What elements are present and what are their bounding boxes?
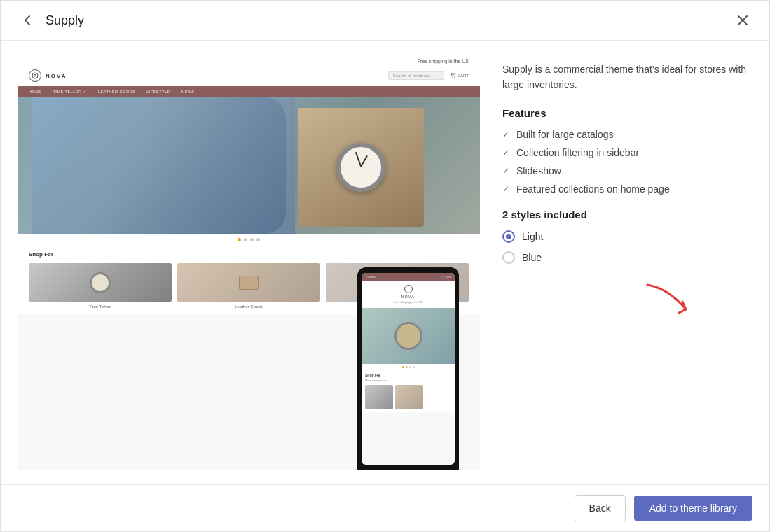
mobile-dot-3 xyxy=(409,366,411,368)
radio-inner-light xyxy=(506,234,511,239)
feature-item-3: ✓ Slideshow xyxy=(502,165,752,176)
styles-heading: 2 styles included xyxy=(502,209,752,220)
mobile-topbar: ≡ Menu 🛒 Cart xyxy=(362,273,455,281)
shop-item-leather: Leather Goods xyxy=(177,263,320,309)
hero-watch xyxy=(298,108,424,227)
leather-image xyxy=(177,263,320,302)
modal-footer: Back Add to theme library xyxy=(1,484,769,531)
store-free-shipping: Free shipping in the US xyxy=(29,59,469,66)
feature-item-2: ✓ Collection filtering in sidebar xyxy=(502,147,752,158)
store-screenshot: Free shipping in the US NOVA xyxy=(18,55,480,470)
mobile-shop-title: Shop For xyxy=(365,373,451,377)
mobile-cart: 🛒 Cart xyxy=(441,275,451,279)
radio-light[interactable] xyxy=(502,230,515,243)
radio-blue[interactable] xyxy=(502,251,515,264)
mobile-dot-2 xyxy=(406,366,408,368)
modal-title: Supply xyxy=(46,13,733,28)
mobile-product-2 xyxy=(395,385,423,410)
add-to-theme-library-button[interactable]: Add to theme library xyxy=(634,496,752,521)
style-label-light: Light xyxy=(522,231,543,242)
mobile-phone-overlay: ≡ Menu 🛒 Cart NOVA Free shipping in the … xyxy=(357,267,459,470)
theme-preview: Free shipping in the US NOVA xyxy=(18,55,480,470)
mobile-dot-4 xyxy=(413,366,415,368)
mobile-shop-for: Shop For More categories › xyxy=(362,370,455,412)
store-hero xyxy=(18,97,480,234)
features-section: Features ✓ Built for large catalogs ✓ Co… xyxy=(502,107,752,195)
check-icon-2: ✓ xyxy=(502,148,509,158)
style-option-blue[interactable]: Blue xyxy=(502,251,752,264)
back-button[interactable]: Back xyxy=(575,495,626,522)
mobile-watch xyxy=(394,322,422,350)
close-button[interactable] xyxy=(733,10,752,30)
watch-minute-hand xyxy=(355,152,362,167)
nav-lifestyle: LIFESTYLE xyxy=(146,90,170,94)
feature-label-2: Collection filtering in sidebar xyxy=(516,147,639,158)
back-arrow-button[interactable] xyxy=(18,10,37,30)
nav-timeteller: TIME TELLER ✓ xyxy=(53,90,87,94)
feature-label-4: Featured collections on home page xyxy=(516,183,670,195)
arrow-annotation xyxy=(502,278,752,320)
nav-leather: LEATHER GOODS xyxy=(98,90,135,94)
feature-label-1: Built for large catalogs xyxy=(516,129,614,140)
mobile-products xyxy=(365,385,451,410)
watch-image xyxy=(29,263,172,302)
nav-home: HOME xyxy=(29,90,42,94)
shop-for-title: Shop For xyxy=(29,251,469,258)
mobile-logo-text: NOVA xyxy=(401,295,415,299)
features-heading: Features xyxy=(502,107,752,119)
store-logo: NOVA xyxy=(29,69,67,82)
info-panel: Supply is a commercial theme that's idea… xyxy=(502,55,752,470)
store-cart-button: CART xyxy=(450,73,469,78)
mobile-logo-area: NOVA Free shipping in the US xyxy=(362,281,455,308)
shop-item-watches: Time Tellers xyxy=(29,263,172,309)
mobile-freeship: Free shipping in the US xyxy=(394,300,423,304)
carousel-dot-1 xyxy=(238,238,241,241)
styles-section: 2 styles included Light Blue xyxy=(502,209,752,264)
carousel-dot-2 xyxy=(244,238,247,241)
store-search-box: Search all products... xyxy=(388,71,444,80)
nav-news: NEWS xyxy=(181,90,195,94)
store-search-cart: Search all products... CART xyxy=(388,71,469,80)
carousel-dot-3 xyxy=(250,238,254,241)
mobile-dot-1 xyxy=(402,366,404,368)
store-topbar: Free shipping in the US NOVA xyxy=(18,55,480,86)
store-nav: HOME TIME TELLER ✓ LEATHER GOODS LIFESTY… xyxy=(18,86,480,97)
feature-label-3: Slideshow xyxy=(516,165,561,176)
carousel-dot-4 xyxy=(256,238,260,241)
modal-content: Free shipping in the US NOVA xyxy=(1,41,769,484)
feature-list: ✓ Built for large catalogs ✓ Collection … xyxy=(502,129,752,195)
modal-header: Supply xyxy=(1,1,769,41)
modal-container: Supply Free shipping in the US xyxy=(0,0,770,532)
style-label-blue: Blue xyxy=(522,252,542,263)
carousel-dots xyxy=(18,234,480,246)
store-logo-text: NOVA xyxy=(46,73,67,79)
svg-point-3 xyxy=(454,77,455,78)
theme-description: Supply is a commercial theme that's idea… xyxy=(502,62,752,93)
watch-face xyxy=(336,143,385,192)
feature-item-1: ✓ Built for large catalogs xyxy=(502,129,752,140)
watch-label: Time Tellers xyxy=(89,304,111,309)
mobile-hero xyxy=(362,308,455,364)
style-options: Light Blue xyxy=(502,230,752,264)
leather-label: Leather Goods xyxy=(235,304,263,309)
svg-point-2 xyxy=(452,77,453,78)
check-icon-4: ✓ xyxy=(502,184,509,194)
watch-hour-hand xyxy=(360,155,368,167)
style-option-light[interactable]: Light xyxy=(502,230,752,243)
mobile-menu: ≡ Menu xyxy=(366,275,375,279)
mobile-logo-icon xyxy=(404,285,413,293)
check-icon-3: ✓ xyxy=(502,166,509,176)
mobile-more-categories: More categories › xyxy=(365,379,451,382)
check-icon-1: ✓ xyxy=(502,130,509,139)
mobile-dots xyxy=(362,364,455,370)
feature-item-4: ✓ Featured collections on home page xyxy=(502,183,752,195)
mobile-product-1 xyxy=(365,385,393,410)
store-logo-icon xyxy=(29,69,41,82)
red-arrow-icon xyxy=(640,278,696,320)
